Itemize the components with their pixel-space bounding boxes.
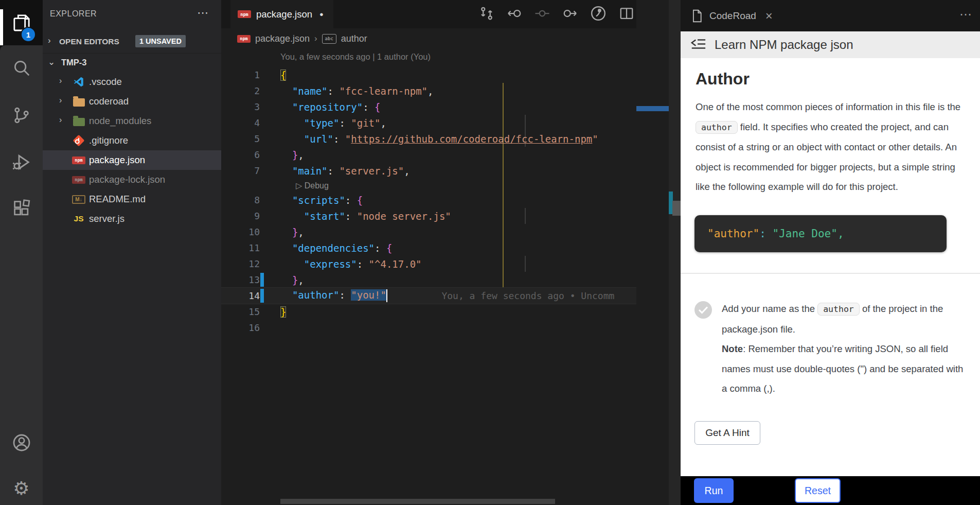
extensions-icon[interactable]	[0, 193, 43, 224]
code-line[interactable]: 5 "url": "https://github.com/coderoad/fc…	[221, 131, 636, 147]
code-line[interactable]: 10 },	[221, 224, 636, 240]
line-number: 13	[221, 274, 260, 285]
close-icon[interactable]: ×	[765, 9, 773, 23]
editor-group: npm package.json ●	[221, 0, 681, 505]
code-line[interactable]: 14 "author": "you!"You, a few seconds ag…	[221, 288, 636, 304]
step-description: One of the most common pieces of informa…	[696, 97, 964, 197]
text-cursor	[386, 289, 388, 302]
account-icon[interactable]	[0, 427, 43, 458]
tree-item-gitignore[interactable]: .gitignore	[43, 131, 221, 150]
code-line[interactable]: 16	[221, 320, 636, 336]
tutorial-content: Author One of the most common pieces of …	[681, 58, 980, 476]
line-number: 2	[221, 85, 260, 96]
npm-icon: npm	[72, 174, 85, 185]
line-number: 15	[221, 306, 260, 317]
file-name: server.js	[89, 213, 124, 224]
modified-gutter-marker	[260, 273, 264, 287]
code-line[interactable]: 15}	[221, 304, 636, 320]
tab-package-json[interactable]: npm package.json ●	[230, 0, 333, 28]
modified-dot-icon[interactable]: ●	[319, 10, 324, 18]
folder-icon	[72, 96, 85, 107]
panel-tab-title: CodeRoad	[709, 10, 756, 22]
scrollbar-thumb[interactable]	[672, 201, 681, 216]
code-line[interactable]: 3 "repository": {	[221, 99, 636, 115]
tree-item-node-modules[interactable]: › node_modules	[43, 111, 221, 131]
split-editor-icon[interactable]	[619, 6, 634, 23]
code-line[interactable]: 6 },	[221, 147, 636, 163]
explorer-icon[interactable]: 1	[0, 7, 43, 38]
chevron-right-icon: ›	[59, 96, 62, 105]
line-number: 1	[221, 69, 260, 80]
tree-item-package-json[interactable]: npm package.json	[43, 150, 221, 170]
chevron-right-icon: ›	[314, 33, 317, 44]
unsaved-badge: 1 UNSAVED	[135, 35, 186, 47]
example-code-block: "author": "Jane Doe",	[694, 215, 947, 252]
line-number: 16	[221, 322, 260, 333]
tree-item-readme[interactable]: M↓ README.md	[43, 189, 221, 209]
source-control-icon[interactable]	[0, 100, 43, 131]
codelens[interactable]: ▷ Debug	[221, 179, 636, 192]
tutorial-header: Learn NPM package json	[681, 31, 980, 58]
step-heading: Author	[696, 69, 750, 89]
inline-blame: You, a few seconds ago • Uncomm	[441, 290, 614, 301]
code-line[interactable]: 7 "main": "server.js",	[221, 163, 636, 179]
markdown-icon: M↓	[72, 194, 85, 205]
timeline-icon[interactable]	[590, 5, 607, 24]
reset-button[interactable]: Reset	[795, 478, 841, 503]
inline-code-author: author	[696, 121, 738, 134]
file-name: .vscode	[89, 76, 122, 88]
npm-icon: npm	[237, 35, 251, 43]
chevron-right-icon: ›	[59, 76, 62, 85]
code-comma: ,	[838, 228, 844, 240]
code-line[interactable]: 2 "name": "fcc-learn-npm",	[221, 83, 636, 99]
chevron-down-icon: ⌄	[48, 57, 55, 67]
git-compare-icon[interactable]	[479, 6, 494, 23]
code-line[interactable]: 8 "scripts": {	[221, 192, 636, 208]
next-change-icon[interactable]	[562, 6, 578, 23]
previous-change-icon[interactable]	[507, 6, 522, 23]
code-line[interactable]: 1{	[221, 67, 636, 83]
run-debug-icon[interactable]	[0, 147, 43, 178]
code-editor[interactable]: 1{2 "name": "fcc-learn-npm",3 "repositor…	[221, 67, 636, 336]
workspace-root-folder[interactable]: ⌄ TMP-3	[43, 53, 221, 72]
open-editors-section[interactable]: › OPEN EDITORS 1 UNSAVED	[43, 33, 221, 51]
tree-item-package-lock[interactable]: npm package-lock.json	[43, 170, 221, 189]
code-line[interactable]: 13 },	[221, 272, 636, 288]
breadcrumb-file[interactable]: package.json	[255, 33, 310, 44]
task-note: Note: Remember that you’re writing JSON,…	[722, 339, 966, 399]
tree-item-coderoad[interactable]: › coderoad	[43, 92, 221, 111]
menu-fold-icon[interactable]	[690, 38, 706, 52]
tutorial-title: Learn NPM package json	[715, 38, 853, 52]
npm-icon: npm	[72, 154, 85, 166]
code-key: "author"	[707, 228, 759, 240]
editor-tab-bar: npm package.json ●	[221, 0, 681, 28]
tab-title: package.json	[256, 9, 312, 20]
code-line[interactable]: 11 "dependencies": {	[221, 240, 636, 256]
breadcrumb: npm package.json › abc author	[221, 28, 681, 49]
code-line[interactable]: 4 "type": "git",	[221, 115, 636, 131]
file-name: coderoad	[89, 96, 129, 107]
minimap[interactable]	[636, 0, 669, 505]
line-number: 7	[221, 165, 260, 176]
get-a-hint-button[interactable]: Get A Hint	[694, 421, 760, 445]
run-button[interactable]: Run	[694, 478, 734, 503]
code-line[interactable]: 12 "express": "^4.17.0"	[221, 256, 636, 272]
task-text: Add your name as the author of the proje…	[722, 299, 966, 399]
line-number: 14	[221, 290, 260, 301]
overview-ruler[interactable]	[669, 0, 681, 505]
code-line[interactable]: 9 "start": "node server.js"	[221, 208, 636, 224]
tree-item-vscode[interactable]: › .vscode	[43, 72, 221, 92]
breadcrumb-symbol[interactable]: author	[341, 33, 367, 44]
tab-coderoad[interactable]: CodeRoad ×	[691, 0, 773, 31]
unsaved-count-badge: 1	[21, 27, 36, 42]
search-icon[interactable]	[0, 53, 43, 83]
explorer-more-actions-icon[interactable]: ⋯	[197, 6, 208, 20]
settings-gear-icon[interactable]: ⚙	[0, 473, 43, 503]
panel-more-actions-icon[interactable]: ⋯	[959, 7, 972, 22]
explorer-sidebar: EXPLORER ⋯ › OPEN EDITORS 1 UNSAVED ⌄ TM…	[43, 0, 221, 505]
line-number: 12	[221, 258, 260, 269]
tree-item-server-js[interactable]: JS server.js	[43, 209, 221, 229]
node-modules-folder-icon	[72, 115, 85, 127]
change-marker-icon[interactable]	[534, 6, 550, 23]
horizontal-scrollbar[interactable]	[280, 499, 555, 504]
